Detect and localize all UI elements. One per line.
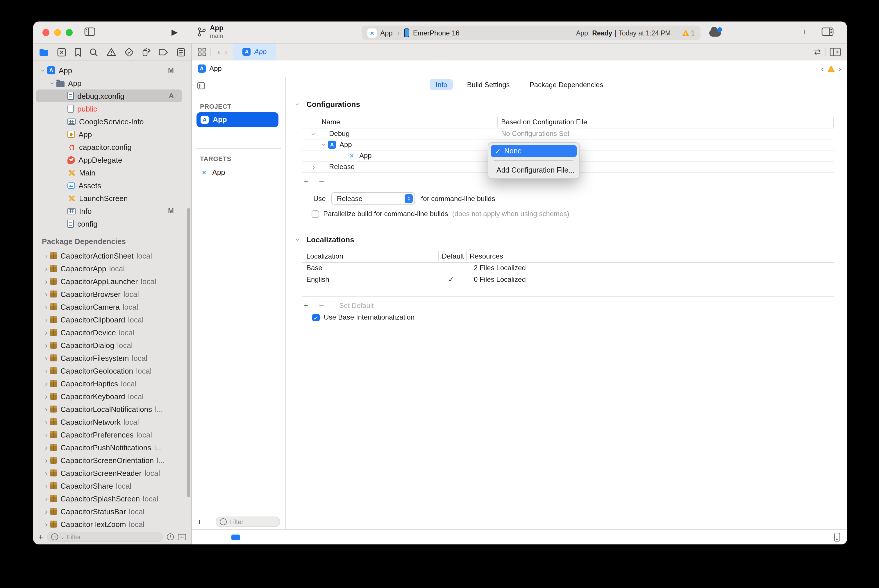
disclosure-chevron-icon[interactable]: ›	[42, 278, 50, 285]
configuration-file-value[interactable]: No Configurations Set	[501, 130, 569, 138]
toggle-inspector-icon[interactable]	[822, 27, 834, 36]
package-row[interactable]: › CapacitorCamera local	[33, 300, 191, 313]
minimize-window-button[interactable]	[54, 29, 61, 36]
disclosure-chevron-icon[interactable]: ›	[320, 141, 328, 148]
use-base-checkbox[interactable]: ✓	[312, 314, 320, 321]
disclosure-chevron-icon[interactable]: ›	[49, 79, 56, 87]
next-issue-button[interactable]: ›	[838, 64, 841, 73]
disclosure-chevron-icon[interactable]: ›	[42, 469, 50, 477]
previous-issue-button[interactable]: ‹	[821, 64, 824, 73]
disclosure-chevron-icon[interactable]: ›	[42, 252, 50, 260]
warning-count-badge[interactable]: 1	[682, 29, 695, 36]
disclosure-chevron-icon[interactable]: ›	[42, 367, 50, 375]
package-row[interactable]: › CapacitorScreenReader local	[33, 466, 191, 479]
remove-target-button[interactable]: −	[206, 517, 211, 526]
package-row[interactable]: › CapacitorScreenOrientation l...	[33, 454, 191, 466]
file-row[interactable]: › App	[33, 77, 191, 90]
package-row[interactable]: › CapacitorFilesystem local	[33, 351, 191, 364]
disclosure-chevron-icon[interactable]: ›	[42, 303, 50, 310]
disclosure-chevron-icon[interactable]: ›	[310, 130, 317, 137]
disclosure-chevron-icon[interactable]: ›	[294, 236, 302, 243]
file-row[interactable]: › App M	[33, 64, 191, 77]
go-forward-button[interactable]: ›	[222, 47, 230, 56]
disclosure-chevron-icon[interactable]: ›	[42, 290, 50, 298]
activity-status[interactable]: App: Ready | Today at 1:24 PM	[576, 29, 670, 36]
command-line-config-select[interactable]: Release ▴▾	[332, 192, 415, 204]
zoom-window-button[interactable]	[66, 29, 73, 36]
disclosure-chevron-icon[interactable]: ›	[310, 163, 317, 171]
parallelize-checkbox[interactable]	[312, 210, 319, 218]
cloud-sync-icon[interactable]	[709, 30, 721, 37]
package-row[interactable]: › CapacitorGeolocation local	[33, 364, 191, 377]
file-row[interactable]: › public	[33, 102, 191, 115]
disclosure-chevron-icon[interactable]: ›	[42, 354, 50, 362]
disclosure-chevron-icon[interactable]: ›	[42, 405, 50, 413]
bookmarks-navigator-icon[interactable]	[74, 47, 81, 57]
localization-row[interactable]: English ✓ 0 Files Localized	[302, 274, 834, 285]
configuration-row[interactable]: › Debug No Configurations Set	[302, 128, 834, 140]
file-row[interactable]: › AppDelegate	[33, 153, 191, 166]
package-row[interactable]: › CapacitorAppLauncher local	[33, 275, 191, 288]
disclosure-chevron-icon[interactable]: ›	[294, 100, 302, 108]
breakpoint-navigator-icon[interactable]	[158, 48, 169, 56]
file-row[interactable]: › Info M	[33, 204, 191, 217]
package-row[interactable]: › CapacitorPushNotifications l...	[33, 441, 191, 454]
device-chip-icon[interactable]	[231, 534, 240, 540]
file-row[interactable]: › LaunchScreen	[33, 192, 191, 204]
go-back-button[interactable]: ‹	[215, 47, 222, 56]
package-row[interactable]: › CapacitorSplashScreen local	[33, 492, 191, 505]
project-navigator-icon[interactable]	[39, 48, 49, 56]
navigator-scrollbar[interactable]	[187, 208, 190, 497]
package-row[interactable]: › CapacitorActionSheet local	[33, 249, 191, 262]
filter-options-icon[interactable]: ≡	[51, 533, 58, 540]
disclosure-chevron-icon[interactable]: ›	[42, 341, 50, 349]
disclosure-chevron-icon[interactable]: ›	[42, 418, 50, 426]
menu-item-none[interactable]: ✓ None	[491, 145, 577, 157]
add-editor-icon[interactable]	[829, 47, 841, 56]
remove-localization-button[interactable]: −	[319, 300, 325, 310]
configurations-section-header[interactable]: › Configurations	[294, 100, 360, 109]
package-row[interactable]: › CapacitorDevice local	[33, 326, 191, 339]
recent-files-filter-icon[interactable]	[167, 533, 174, 540]
disclosure-chevron-icon[interactable]: ›	[42, 393, 50, 400]
add-button[interactable]: +	[802, 27, 807, 37]
disclosure-chevron-icon[interactable]: ›	[42, 507, 50, 515]
simulator-icon[interactable]	[834, 533, 840, 542]
package-row[interactable]: › CapacitorShare local	[33, 479, 191, 492]
scheme-device[interactable]: EmerPhone 16	[413, 29, 460, 37]
package-row[interactable]: › CapacitorPreferences local	[33, 428, 191, 441]
segment-tab[interactable]: Build Settings	[461, 79, 515, 90]
issue-navigator-icon[interactable]	[107, 48, 116, 56]
disclosure-chevron-icon[interactable]: ›	[42, 482, 50, 489]
run-button[interactable]: ▶	[171, 27, 178, 37]
file-row[interactable]: › capacitor.config	[33, 141, 191, 153]
file-row[interactable]: › Assets	[33, 179, 191, 192]
disclosure-chevron-icon[interactable]: ›	[42, 316, 50, 323]
disclosure-chevron-icon[interactable]: ›	[42, 431, 50, 438]
package-row[interactable]: › CapacitorHaptics local	[33, 377, 191, 390]
package-row[interactable]: › CapacitorNetwork local	[33, 416, 191, 428]
disclosure-chevron-icon[interactable]: ›	[42, 456, 50, 464]
find-navigator-icon[interactable]	[89, 47, 99, 57]
add-file-button[interactable]: +	[38, 532, 43, 542]
test-navigator-icon[interactable]	[125, 47, 134, 57]
scheme-target[interactable]: App	[380, 29, 393, 37]
remove-configuration-button[interactable]: −	[319, 176, 325, 186]
add-localization-button[interactable]: +	[304, 300, 309, 310]
adjacent-editor-icon[interactable]: ⇄	[814, 47, 821, 56]
file-row[interactable]: › GoogleService-Info	[33, 115, 191, 128]
source-control-navigator-icon[interactable]	[57, 47, 66, 57]
localization-row[interactable]: Base 2 Files Localized	[302, 262, 834, 274]
disclosure-chevron-icon[interactable]: ›	[39, 66, 47, 74]
project-row-app[interactable]: App	[197, 112, 278, 127]
tab-app[interactable]: App	[233, 43, 276, 60]
related-items-icon[interactable]	[198, 47, 206, 56]
package-row[interactable]: › CapacitorApp local	[33, 262, 191, 275]
package-row[interactable]: › CapacitorKeyboard local	[33, 390, 191, 403]
set-default-button[interactable]: Set Default	[339, 301, 374, 309]
debug-navigator-icon[interactable]	[141, 47, 150, 57]
localizations-section-header[interactable]: › Localizations	[294, 236, 354, 244]
disclosure-chevron-icon[interactable]: ›	[42, 495, 50, 502]
file-row[interactable]: › App	[33, 128, 191, 141]
close-window-button[interactable]	[42, 29, 50, 36]
